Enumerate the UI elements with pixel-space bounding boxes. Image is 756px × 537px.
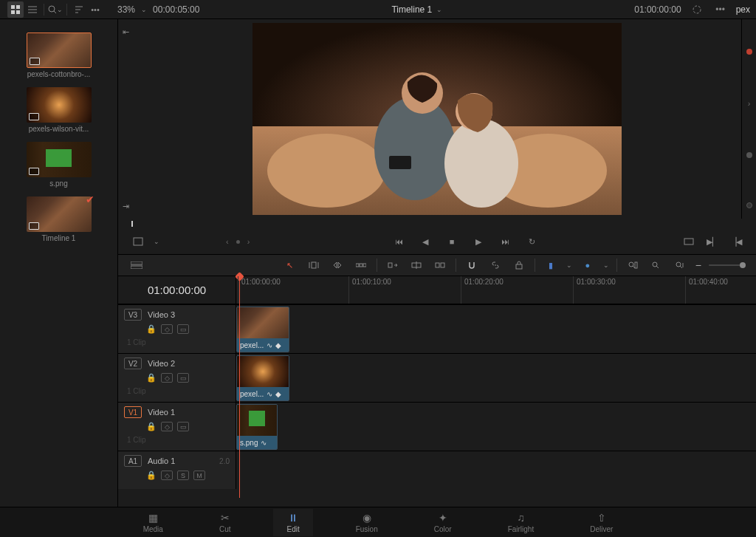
track-number[interactable]: A1 [124,455,142,467]
media-clip[interactable]: pexels-wilson-vit... [21,87,97,133]
timeline-view-options-icon[interactable] [128,257,145,273]
more-icon[interactable]: ••• [712,1,729,18]
disable-video-icon[interactable]: ▭ [177,422,189,431]
mute-icon[interactable]: M [193,471,205,480]
track-header[interactable]: V3Video 3 🔒◇▭ 1 Clip [118,305,236,353]
view-list-icon[interactable] [24,1,41,18]
nav-color[interactable]: ✦Color [421,509,465,536]
track-header[interactable]: V2Video 2 🔒◇▭ 1 Clip [118,354,236,402]
stop-icon[interactable]: ■ [444,233,460,250]
nav-edit[interactable]: ⏸Edit [273,509,312,536]
next-clip-icon[interactable]: ▶▏ [704,233,721,250]
chevron-down-icon[interactable]: ⌄ [141,6,147,13]
play-icon[interactable]: ▶ [470,233,487,250]
track-number[interactable]: V3 [124,309,142,321]
media-clip[interactable]: s.png [21,142,97,188]
dynamic-trim-icon[interactable] [329,257,346,273]
timeline-clip[interactable]: pexel...∿◆ [236,355,289,401]
ruler[interactable]: 01:00:00:00 01:00:10:00 01:00:20:00 01:0… [236,276,756,304]
timeline-clip[interactable]: pexel...∿◆ [236,307,289,352]
nav-deliver[interactable]: ⇧Deliver [577,509,626,536]
sort-icon[interactable] [70,1,86,18]
snap-icon[interactable] [464,257,480,273]
blade-tool-icon[interactable] [353,257,369,273]
auto-select-icon[interactable]: ◇ [161,422,173,431]
more-icon[interactable]: ••• [87,1,103,18]
skip-first-icon[interactable]: ⇤ [117,24,134,40]
fx-icon: ∿ [261,439,267,447]
track-body[interactable] [236,451,756,489]
zoom-full-icon[interactable] [648,257,664,273]
dot-icon[interactable] [746,152,752,158]
disable-video-icon[interactable]: ▭ [177,324,189,334]
nav-fusion[interactable]: ◉Fusion [343,509,391,536]
zoom-preset-icon[interactable] [625,257,641,273]
track-body[interactable]: s.png∿ [236,403,756,451]
clip-type-icon [29,168,39,175]
view-grid-icon[interactable] [7,1,24,18]
auto-select-icon[interactable]: ◇ [161,324,173,334]
marker-dot[interactable] [236,240,240,244]
insert-icon[interactable] [385,257,401,273]
marker-icon[interactable]: ● [580,257,596,273]
timeline-title[interactable]: Timeline 1 [391,4,432,15]
replace-icon[interactable] [432,257,448,273]
search-icon[interactable]: ⌄ [47,1,63,18]
zoom-slider[interactable] [709,264,746,266]
media-clip[interactable]: ✔ Timeline 1 [21,196,97,242]
track-body[interactable]: pexel...∿◆ [236,305,756,353]
chevron-down-icon[interactable]: ⌄ [436,6,442,13]
auto-select-icon[interactable]: ◇ [161,373,173,383]
go-end-icon[interactable]: ⏭ [497,233,513,250]
zoom-value[interactable]: 33% [117,4,135,15]
lock-icon[interactable]: 🔒 [146,373,157,383]
dot-icon[interactable] [746,202,752,208]
record-timecode[interactable]: 01:00:00:00 [634,4,681,15]
flag-icon[interactable]: ▮ [543,257,559,273]
nav-cut[interactable]: ✂Cut [206,509,244,536]
track-body[interactable]: pexel...∿◆ [236,354,756,402]
lock-icon[interactable] [511,257,527,273]
trim-tool-icon[interactable] [306,257,322,273]
track-name[interactable]: Video 1 [148,408,175,417]
bypass-icon[interactable] [689,1,705,18]
lock-icon[interactable]: 🔒 [146,422,157,431]
frame-icon[interactable] [130,233,146,250]
track-name[interactable]: Audio 1 [148,456,175,465]
prev-clip-icon[interactable]: ▕◀ [728,233,744,250]
track-header[interactable]: V1Video 1 🔒◇▭ 1 Clip [118,403,236,451]
track-name[interactable]: Video 3 [148,310,175,319]
prev-marker-icon[interactable]: ‹ [226,237,229,246]
track-number[interactable]: V2 [124,358,142,369]
solo-icon[interactable]: S [177,471,189,480]
lock-icon[interactable]: 🔒 [146,471,157,480]
source-timecode[interactable]: 00:00:05:00 [153,4,199,15]
skip-last-icon[interactable]: ⇥ [117,198,134,214]
program-viewer[interactable] [133,19,741,219]
disable-video-icon[interactable]: ▭ [177,373,189,383]
lock-icon[interactable]: 🔒 [146,324,157,334]
timeline-clip[interactable]: s.png∿ [236,404,278,450]
match-frame-icon[interactable] [681,233,697,250]
chevron-down-icon[interactable]: ⌄ [154,238,159,245]
overwrite-icon[interactable] [408,257,425,273]
zoom-minus[interactable]: − [695,259,701,271]
selection-tool-icon[interactable]: ↖ [282,257,298,273]
timeline-timecode[interactable]: 01:00:00:00 [118,276,236,304]
zoom-detail-icon[interactable] [672,257,688,273]
track-name[interactable]: Video 2 [148,359,175,368]
chevron-right-icon[interactable]: › [748,99,751,108]
keyframe-dot[interactable] [746,49,752,55]
track-number[interactable]: V1 [124,406,142,418]
step-back-icon[interactable]: ◀ [417,233,433,250]
auto-select-icon[interactable]: ◇ [161,471,173,480]
go-start-icon[interactable]: ⏮ [391,233,407,250]
scrub-bar[interactable] [131,219,743,229]
track-header[interactable]: A1Audio 12.0 🔒◇SM [118,451,236,489]
link-icon[interactable] [487,257,504,273]
next-marker-icon[interactable]: › [247,237,250,246]
loop-icon[interactable]: ↻ [523,233,540,250]
media-clip[interactable]: pexels-cottonbro-... [21,33,97,78]
nav-fairlight[interactable]: ♫Fairlight [495,509,548,536]
nav-media[interactable]: ▦Media [130,509,176,536]
